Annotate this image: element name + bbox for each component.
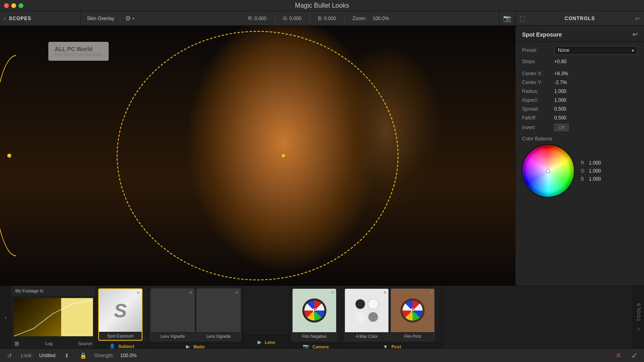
- tools-label: TOOLS: [636, 302, 641, 321]
- maximize-button[interactable]: [19, 3, 23, 8]
- preview-area: ALL PC World Free Apps One Click Away: [0, 26, 515, 286]
- lens-vignette-1-close-icon[interactable]: ✕: [189, 290, 193, 295]
- reset-button[interactable]: ↺: [5, 351, 14, 360]
- film-print-inner: F: [391, 289, 434, 332]
- g-letter: G: [581, 168, 586, 174]
- look-value: Untitled: [39, 353, 56, 358]
- center-x-value[interactable]: +9.3%: [554, 71, 568, 76]
- color-wheel[interactable]: [522, 145, 574, 197]
- camera-cards: ✕ F Film Negative: [290, 286, 342, 343]
- film-f-letter: F: [313, 307, 316, 314]
- spread-row: Spread: 0.500: [522, 106, 638, 112]
- lens-vignette-card-1[interactable]: ✕ Lens Vignette: [151, 288, 195, 341]
- lens-vignette-2-thumb: [197, 289, 240, 332]
- minimize-button[interactable]: [11, 3, 16, 8]
- spread-value[interactable]: 0.500: [554, 106, 566, 112]
- four-way-color-card[interactable]: ✕: [345, 288, 389, 341]
- matte-cards: ✕ Lens Vignette ✕ Lens Vignette: [148, 286, 243, 343]
- gear-icon: ⚙: [125, 14, 131, 22]
- center-x-row: Center X: +9.3%: [522, 71, 638, 76]
- controls-section: ⬚ CONTROLS ↩: [515, 11, 644, 25]
- four-way-inner: [345, 289, 388, 332]
- look-label: Look:: [21, 353, 33, 358]
- aspect-value[interactable]: 1.000: [554, 97, 566, 103]
- film-negative-thumb: F: [293, 289, 336, 332]
- film-print-thumb: F: [391, 289, 434, 332]
- spot-exposure-close-icon[interactable]: ✕: [136, 290, 140, 296]
- confirm-button[interactable]: ✓: [630, 351, 639, 360]
- source-text: Source: [78, 341, 92, 346]
- aspect-row: Aspect: 1.000: [522, 97, 638, 103]
- source-thumbnail[interactable]: [14, 298, 93, 336]
- r-letter: R: [581, 160, 586, 166]
- lens-section: ▶ Lens: [243, 286, 290, 348]
- invert-toggle[interactable]: Off: [554, 124, 569, 131]
- color-wheel-container: R 1.000 G 1.000 B 1.000: [522, 145, 638, 197]
- falloff-row: Falloff: 0.500: [522, 115, 638, 121]
- lock-button[interactable]: 🔒: [78, 351, 88, 360]
- cancel-button[interactable]: ✕: [613, 351, 623, 360]
- radius-label: Radius:: [522, 88, 554, 94]
- center-y-value[interactable]: -2.7%: [554, 80, 567, 85]
- spot-exposure-card[interactable]: ✕ S Spot Exposure: [98, 288, 142, 341]
- close-button[interactable]: [4, 3, 9, 8]
- strength-value: 100.0%: [120, 353, 137, 358]
- zoom-label: Zoom:: [353, 16, 366, 21]
- stops-value[interactable]: +0.80: [554, 59, 566, 64]
- strength-label: Strength:: [94, 353, 114, 358]
- strip-nav-left[interactable]: ‹: [0, 286, 11, 348]
- separator2: [310, 15, 310, 22]
- preset-select[interactable]: None ▾: [554, 46, 638, 55]
- controls-back-icon[interactable]: ↩: [635, 15, 640, 22]
- post-icon: ▼: [383, 343, 388, 348]
- post-section: ✕: [342, 286, 442, 348]
- invert-row: Invert: Off: [522, 124, 638, 131]
- source-grid-icon: ⊞: [14, 340, 19, 347]
- g-number: 1.000: [589, 168, 601, 174]
- post-footer: ▼ Post: [342, 343, 442, 348]
- radius-row: Radius: 1.000: [522, 88, 638, 94]
- dots-layout: [355, 299, 378, 322]
- spot-s-letter: S: [114, 300, 127, 322]
- bottom-content: ‹ My Footage Is: [0, 286, 644, 348]
- lock-icon: 🔒: [80, 352, 87, 359]
- matte-label: Matte: [193, 344, 205, 349]
- reset-controls-icon[interactable]: ↩: [632, 31, 638, 38]
- confirm-icon: ✓: [631, 351, 638, 360]
- lens-vignette-2-close-icon[interactable]: ✕: [235, 290, 239, 295]
- face-background: [0, 26, 515, 286]
- center-y-label: Center Y:: [522, 80, 554, 85]
- wheel-cursor[interactable]: [546, 169, 550, 173]
- falloff-value[interactable]: 0.500: [554, 115, 566, 121]
- skin-overlay-button[interactable]: Skin Overlay: [80, 11, 121, 25]
- film-print-close-icon[interactable]: ✕: [429, 290, 433, 295]
- save-button[interactable]: ⬇: [62, 351, 72, 360]
- lens-vignette-card-2[interactable]: ✕ Lens Vignette: [196, 288, 241, 341]
- aspect-label: Aspect:: [522, 97, 554, 103]
- settings-button[interactable]: ⚙ ▾: [121, 14, 138, 22]
- subject-label: Subject: [118, 344, 134, 349]
- film-negative-card[interactable]: ✕ F Film Negative: [292, 288, 336, 341]
- scopes-label: SCOPES: [9, 16, 31, 21]
- screenshot-button[interactable]: 📷: [499, 11, 515, 25]
- right-panel-content: Preset: None ▾ Stops: +0.80 Center X: +9…: [516, 42, 644, 286]
- radius-value[interactable]: 1.000: [554, 88, 566, 94]
- scopes-arrow-icon[interactable]: ›: [4, 16, 6, 21]
- r-row: R 1.000: [581, 160, 601, 166]
- r-number: 1.000: [589, 160, 601, 166]
- source-footer-label: Log: [45, 341, 52, 346]
- matte-footer: ▶ Matte: [148, 343, 243, 348]
- film-negative-close-icon[interactable]: ✕: [331, 290, 334, 295]
- four-way-close-icon[interactable]: ✕: [383, 290, 387, 295]
- film-print-card[interactable]: ✕ F Film Print: [390, 288, 435, 341]
- camera-icon: 📷: [303, 343, 309, 348]
- reset-icon: ↺: [7, 352, 12, 359]
- window-controls: [4, 3, 23, 8]
- bottom-bar: ↺ Look: Untitled ⬇ 🔒 Strength: 100.0% ✕ …: [0, 348, 644, 362]
- tools-right-arrow[interactable]: ›: [638, 325, 640, 332]
- b-letter: B: [581, 176, 586, 182]
- rgb-values: R 1.000 G 1.000 B 1.000: [581, 160, 601, 182]
- subject-footer: 👤 Subject: [96, 343, 148, 348]
- separator3: [344, 15, 345, 22]
- subject-section: ✕ S Spot Exposure 👤 Subject: [96, 286, 148, 348]
